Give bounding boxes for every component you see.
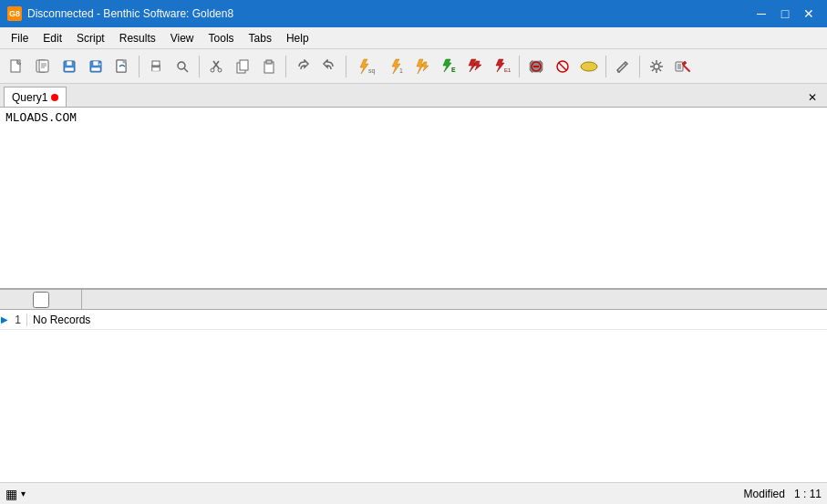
- paste-button[interactable]: [256, 54, 282, 79]
- title-bar: G8 Disconnected - Benthic Software: Gold…: [0, 0, 827, 27]
- svg-rect-16: [152, 61, 160, 66]
- tools-icon: [675, 59, 691, 74]
- row-arrow-icon: ▶: [0, 314, 9, 324]
- save-as-button[interactable]: +: [83, 54, 109, 79]
- svg-point-23: [218, 68, 222, 72]
- tools-button[interactable]: [670, 54, 696, 79]
- execute-1-button[interactable]: 1: [384, 54, 409, 79]
- stop-icon: [529, 59, 543, 74]
- menu-help[interactable]: Help: [279, 27, 316, 48]
- copy-button[interactable]: [230, 54, 255, 79]
- toolbar: +: [0, 49, 827, 84]
- execute-sql-icon: sq: [357, 58, 377, 75]
- svg-line-49: [559, 63, 566, 70]
- status-bar: ▦ ▾ Modified 1 : 11: [0, 482, 827, 504]
- editor-content: MLOADS.COM: [5, 111, 77, 125]
- print-button[interactable]: [143, 54, 169, 79]
- undo-button[interactable]: [316, 54, 342, 79]
- no-records-label: No Records: [27, 314, 96, 326]
- toolbar-separator-5: [519, 56, 520, 77]
- svg-marker-33: [422, 62, 429, 71]
- execute-e1-button[interactable]: E1: [490, 54, 515, 79]
- svg-line-61: [652, 69, 654, 71]
- menu-tools[interactable]: Tools: [202, 27, 242, 48]
- status-right: Modified 1 : 11: [744, 488, 822, 500]
- svg-marker-38: [496, 59, 504, 72]
- svg-rect-8: [67, 61, 72, 66]
- svg-marker-34: [443, 59, 451, 72]
- row-number: 1: [9, 314, 27, 326]
- menu-tabs[interactable]: Tabs: [242, 27, 279, 48]
- oval-button[interactable]: [576, 54, 602, 79]
- svg-point-50: [581, 62, 597, 71]
- svg-line-60: [659, 62, 661, 64]
- execute-step-icon: [415, 58, 431, 75]
- menu-file[interactable]: File: [4, 27, 36, 48]
- execute-e-icon: E: [441, 58, 458, 75]
- svg-rect-25: [240, 60, 248, 70]
- cut-button[interactable]: [203, 54, 229, 79]
- redo-button[interactable]: [290, 54, 315, 79]
- results-select-all-checkbox[interactable]: [33, 292, 49, 308]
- svg-point-22: [211, 68, 214, 72]
- menu-view[interactable]: View: [163, 27, 202, 48]
- oval-icon: [580, 60, 598, 73]
- toolbar-separator-6: [605, 56, 606, 77]
- svg-rect-17: [152, 67, 160, 71]
- settings-button[interactable]: [644, 54, 669, 79]
- menu-edit[interactable]: Edit: [36, 27, 69, 48]
- redo-icon: [295, 59, 310, 74]
- toolbar-separator-4: [346, 56, 346, 77]
- execute-e1-icon: E1: [494, 58, 511, 75]
- close-button[interactable]: ✕: [798, 4, 820, 24]
- svg-marker-37: [474, 61, 481, 70]
- execute-fast-button[interactable]: [463, 54, 489, 79]
- svg-line-59: [659, 69, 661, 71]
- grid-icon[interactable]: ▦: [5, 487, 17, 501]
- editor-area[interactable]: MLOADS.COM: [0, 108, 827, 290]
- minimize-button[interactable]: ─: [750, 4, 772, 24]
- svg-text:E1: E1: [504, 67, 511, 73]
- results-body: ▶ 1 No Records: [0, 310, 827, 482]
- execute-fast-icon: [468, 58, 484, 75]
- maximize-button[interactable]: □: [774, 4, 796, 24]
- stop-button[interactable]: [523, 54, 549, 79]
- cancel-button[interactable]: [550, 54, 575, 79]
- svg-text:sq: sq: [368, 67, 376, 75]
- results-header-col: [0, 290, 82, 309]
- tab-label: Query1: [12, 91, 47, 104]
- menu-script[interactable]: Script: [69, 27, 112, 48]
- query-tab-1[interactable]: Query1: [4, 87, 67, 107]
- svg-rect-12: [91, 67, 100, 71]
- copy-icon: [235, 59, 250, 74]
- execute-e-button[interactable]: E: [437, 54, 462, 79]
- svg-text:+: +: [98, 61, 101, 67]
- svg-text:1: 1: [399, 67, 403, 74]
- tab-close-all-button[interactable]: ✕: [801, 88, 823, 107]
- results-header: [0, 290, 827, 310]
- app-icon: G8: [7, 6, 22, 21]
- toolbar-separator-3: [285, 56, 286, 77]
- paste-icon: [262, 59, 276, 74]
- tab-bar: Query1 ✕: [0, 84, 827, 108]
- app-icon-label: G8: [9, 9, 20, 18]
- tab-modified-indicator: [51, 94, 58, 101]
- magnify-button[interactable]: [170, 54, 195, 79]
- edit-button[interactable]: [610, 54, 636, 79]
- cancel-icon: [555, 59, 570, 74]
- open-recent-button[interactable]: [30, 54, 56, 79]
- window-title: Disconnected - Benthic Software: Golden8: [27, 7, 233, 20]
- main-content: Query1 ✕ MLOADS.COM ▶ 1 No Records: [0, 84, 827, 482]
- print-icon: [149, 59, 163, 74]
- dropdown-icon[interactable]: ▾: [21, 489, 26, 499]
- execute-sql-button[interactable]: sq: [350, 54, 383, 79]
- open-button[interactable]: [109, 54, 135, 79]
- svg-marker-28: [360, 59, 368, 74]
- results-area: ▶ 1 No Records: [0, 290, 827, 482]
- menu-results[interactable]: Results: [112, 27, 163, 48]
- toolbar-separator-1: [139, 56, 140, 77]
- execute-step-button[interactable]: [410, 54, 436, 79]
- new-button[interactable]: [4, 54, 29, 79]
- svg-line-19: [184, 68, 188, 72]
- save-button[interactable]: [57, 54, 82, 79]
